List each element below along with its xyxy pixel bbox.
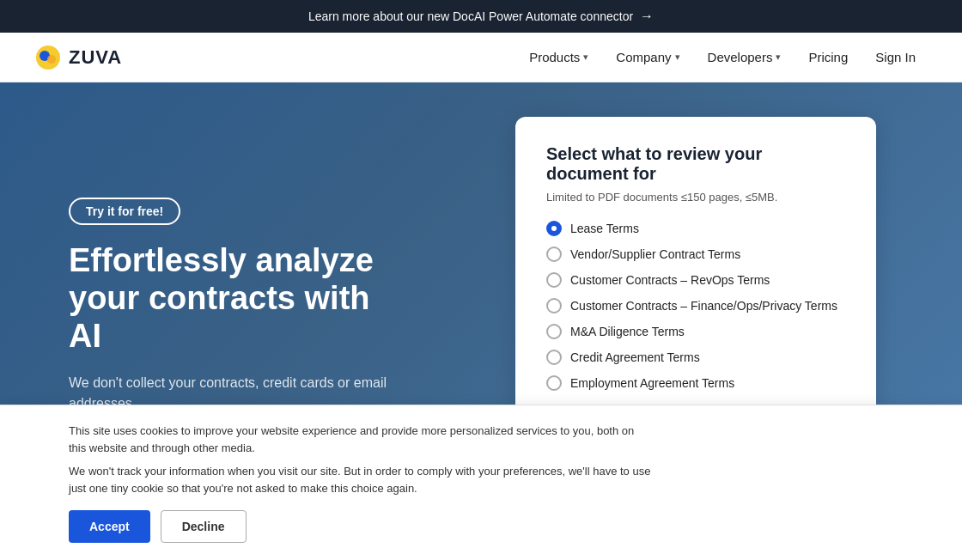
nav-item-pricing[interactable]: Pricing <box>796 43 860 71</box>
radio-item-1[interactable]: Vendor/Supplier Contract Terms <box>546 247 845 262</box>
radio-circle-1 <box>546 247 562 262</box>
svg-point-2 <box>47 55 56 64</box>
cookie-text-2: We won't track your information when you… <box>69 463 653 496</box>
try-badge: Try it for free! <box>69 198 180 225</box>
nav-item-products[interactable]: Products ▾ <box>517 43 600 71</box>
accept-button[interactable]: Accept <box>69 510 150 543</box>
nav-links: Products ▾ Company ▾ Developers ▾ Pricin… <box>517 43 928 71</box>
nav-item-company[interactable]: Company ▾ <box>604 43 691 71</box>
cookie-text-1: This site uses cookies to improve your w… <box>69 423 653 456</box>
banner-text: Learn more about our new DocAI Power Aut… <box>308 9 633 23</box>
banner-arrow: → <box>640 9 654 24</box>
radio-label-4: M&A Diligence Terms <box>570 325 685 338</box>
cookie-buttons: Accept Decline <box>69 510 893 543</box>
radio-group: Lease Terms Vendor/Supplier Contract Ter… <box>546 221 845 391</box>
nav-item-developers[interactable]: Developers ▾ <box>696 43 794 71</box>
radio-item-2[interactable]: Customer Contracts – RevOps Terms <box>546 272 845 288</box>
radio-label-5: Credit Agreement Terms <box>570 350 700 364</box>
developers-chevron-icon: ▾ <box>776 52 781 63</box>
radio-label-6: Employment Agreement Terms <box>570 376 734 390</box>
products-chevron-icon: ▾ <box>583 52 588 63</box>
radio-label-3: Customer Contracts – Finance/Ops/Privacy… <box>570 299 837 313</box>
radio-item-0[interactable]: Lease Terms <box>546 221 845 236</box>
decline-button[interactable]: Decline <box>161 510 247 543</box>
radio-circle-3 <box>546 298 562 313</box>
radio-item-5[interactable]: Credit Agreement Terms <box>546 350 845 365</box>
radio-label-2: Customer Contracts – RevOps Terms <box>570 273 770 287</box>
radio-label-0: Lease Terms <box>570 222 639 235</box>
radio-circle-0 <box>546 221 562 236</box>
radio-circle-4 <box>546 324 562 339</box>
logo-icon <box>34 44 62 71</box>
card-subtitle: Limited to PDF documents ≤150 pages, ≤5M… <box>546 191 845 204</box>
radio-item-3[interactable]: Customer Contracts – Finance/Ops/Privacy… <box>546 298 845 313</box>
hero-title: Effortlessly analyze your contracts with… <box>69 242 404 355</box>
radio-item-4[interactable]: M&A Diligence Terms <box>546 324 845 339</box>
radio-circle-2 <box>546 272 562 288</box>
radio-label-1: Vendor/Supplier Contract Terms <box>570 247 740 261</box>
logo[interactable]: ZUVA <box>34 44 122 71</box>
logo-text: ZUVA <box>69 46 122 69</box>
radio-item-6[interactable]: Employment Agreement Terms <box>546 375 845 391</box>
cookie-banner: This site uses cookies to improve your w… <box>0 405 962 560</box>
card-title: Select what to review your document for <box>546 144 845 184</box>
top-banner: Learn more about our new DocAI Power Aut… <box>0 0 962 33</box>
radio-circle-5 <box>546 350 562 365</box>
nav-item-signin[interactable]: Sign In <box>863 43 928 71</box>
navbar: ZUVA Products ▾ Company ▾ Developers ▾ P… <box>0 33 962 82</box>
company-chevron-icon: ▾ <box>675 52 680 63</box>
radio-circle-6 <box>546 375 562 391</box>
